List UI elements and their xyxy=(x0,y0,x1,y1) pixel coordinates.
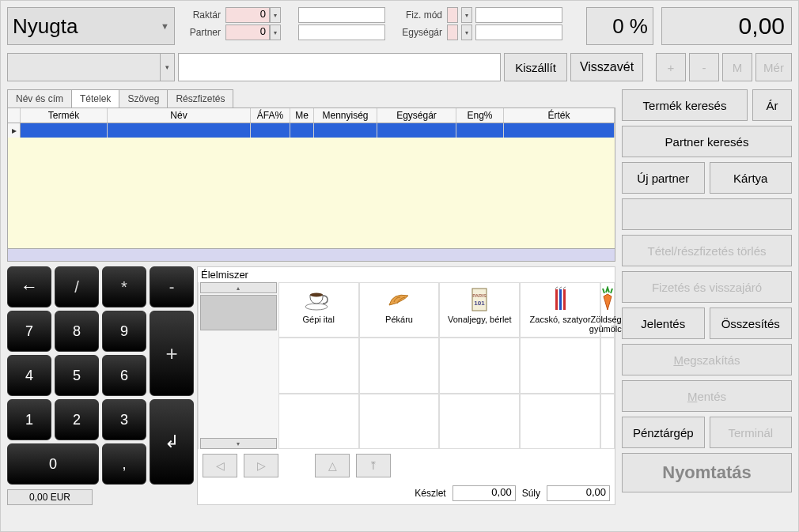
nav-top-button[interactable]: ⤒ xyxy=(356,454,391,477)
raktar-dd-icon[interactable]: ▾ xyxy=(270,7,281,23)
col-egysegar[interactable]: Egységár xyxy=(377,108,456,123)
key-0[interactable]: 0 xyxy=(7,443,99,485)
product-empty[interactable] xyxy=(520,394,600,449)
product-empty[interactable] xyxy=(520,338,600,393)
blank-button[interactable] xyxy=(622,198,792,230)
key-slash[interactable]: / xyxy=(55,266,99,308)
key-comma[interactable]: , xyxy=(102,443,146,485)
megszakitas-button[interactable]: Megszakítás xyxy=(622,344,792,375)
tab-reszfizetes[interactable]: Részfizetés xyxy=(167,89,233,108)
kiszallit-button[interactable]: Kiszállít xyxy=(504,53,567,81)
key-9[interactable]: 9 xyxy=(102,311,146,352)
ar-button[interactable]: Ár xyxy=(752,89,792,121)
product-gepi-ital[interactable]: Gépi ital xyxy=(278,282,359,338)
egysegar-name-box[interactable] xyxy=(475,25,562,40)
col-afa[interactable]: ÁFA% xyxy=(251,108,290,123)
carrot-icon xyxy=(592,286,623,313)
tetel-torles-button[interactable]: Tétel/részfizetés törlés xyxy=(622,235,792,266)
doc-type-dropdown[interactable]: Nyugta ▼ xyxy=(7,7,175,45)
partner-name-box[interactable] xyxy=(298,25,385,40)
key-4[interactable]: 4 xyxy=(7,355,51,396)
nav-right-button[interactable]: ▷ xyxy=(244,454,278,477)
product-empty[interactable] xyxy=(359,394,440,449)
key-2[interactable]: 2 xyxy=(55,399,99,440)
key-3[interactable]: 3 xyxy=(102,399,146,440)
product-empty[interactable] xyxy=(439,338,520,393)
svg-rect-5 xyxy=(555,289,558,310)
mer-button[interactable]: Mér xyxy=(755,53,792,81)
product-zacsko[interactable]: Zacskó, szatyor xyxy=(520,282,600,338)
key-plus[interactable]: + xyxy=(150,311,194,396)
product-label: Gépi ital xyxy=(303,315,335,324)
key-minus[interactable]: - xyxy=(150,266,194,308)
osszesites-button[interactable]: Összesítés xyxy=(710,308,793,339)
uj-partner-button[interactable]: Új partner xyxy=(622,162,705,194)
svg-point-1 xyxy=(310,293,323,297)
key-backspace[interactable]: ← xyxy=(7,266,51,308)
secondary-dropdown[interactable]: ▾ xyxy=(7,53,175,81)
egysegar-input[interactable] xyxy=(447,25,458,40)
search-input[interactable] xyxy=(178,53,501,81)
tab-tetelek[interactable]: Tételek xyxy=(71,89,119,108)
scroll-thumb[interactable] xyxy=(200,295,277,330)
jelentes-button[interactable]: Jelentés xyxy=(622,308,705,339)
svg-text:PARIS: PARIS xyxy=(473,293,487,298)
items-grid: Termék Név ÁFA% Me Mennyiség Egységár En… xyxy=(7,108,615,262)
key-enter[interactable]: ↲ xyxy=(150,399,194,485)
egysegar-dd-icon[interactable]: ▾ xyxy=(461,25,472,40)
visszavet-button[interactable]: Visszavét xyxy=(570,53,643,81)
product-empty[interactable] xyxy=(278,394,359,449)
product-empty[interactable] xyxy=(600,338,615,393)
nav-left-button[interactable]: ◁ xyxy=(203,454,237,477)
col-nev[interactable]: Név xyxy=(108,108,251,123)
fizmod-dd-icon[interactable]: ▾ xyxy=(461,7,472,23)
product-pekaru[interactable]: Pékáru xyxy=(359,282,440,338)
fizmod-name-box[interactable] xyxy=(475,7,562,23)
product-empty[interactable] xyxy=(439,394,520,449)
fizmod-label: Fiz. mód xyxy=(393,9,444,21)
svg-point-0 xyxy=(305,304,328,310)
partner-dd-icon[interactable]: ▾ xyxy=(270,25,281,40)
key-5[interactable]: 5 xyxy=(55,355,99,396)
minus-button[interactable]: - xyxy=(689,53,719,81)
product-empty[interactable] xyxy=(600,394,615,449)
grid-row-selected[interactable]: ▸ xyxy=(8,123,615,138)
product-grid: Gépi ital Pékáru PARIS101 V xyxy=(198,282,615,449)
partner-input[interactable]: 0 xyxy=(225,25,270,40)
grid-body-empty[interactable] xyxy=(8,138,615,248)
fizmod-input[interactable] xyxy=(447,7,458,23)
scroll-down-icon[interactable]: ▾ xyxy=(200,438,277,449)
mentes-button[interactable]: Mentés xyxy=(622,380,792,412)
fizetes-button[interactable]: Fizetés és visszajáró xyxy=(622,271,792,303)
product-scrollbar[interactable]: ▴ ▾ xyxy=(198,282,278,449)
suly-label: Súly xyxy=(522,488,540,499)
partner-kereses-button[interactable]: Partner keresés xyxy=(622,126,792,157)
tab-szoveg[interactable]: Szöveg xyxy=(119,89,168,108)
raktar-input[interactable]: 0 xyxy=(225,7,270,23)
raktar-name-box[interactable] xyxy=(298,7,385,23)
product-vonaljegy[interactable]: PARIS101 Vonaljegy, bérlet xyxy=(439,282,520,338)
nyomtatas-button[interactable]: Nyomtatás xyxy=(622,453,792,492)
plus-button[interactable]: + xyxy=(656,53,686,81)
key-8[interactable]: 8 xyxy=(55,311,99,352)
kartya-button[interactable]: Kártya xyxy=(710,162,793,194)
col-eng[interactable]: Eng% xyxy=(456,108,504,123)
key-star[interactable]: * xyxy=(102,266,146,308)
nav-up-button[interactable]: △ xyxy=(315,454,350,477)
m-button[interactable]: M xyxy=(722,53,752,81)
col-termek[interactable]: Termék xyxy=(21,108,108,123)
terminal-button[interactable]: Terminál xyxy=(710,417,793,448)
col-mennyiseg[interactable]: Mennyiség xyxy=(314,108,377,123)
product-zoldseg[interactable]: Zöldség-gyümölcs xyxy=(600,282,615,338)
key-6[interactable]: 6 xyxy=(102,355,146,396)
scroll-up-icon[interactable]: ▴ xyxy=(200,282,277,293)
penztargep-button[interactable]: Pénztárgép xyxy=(622,417,705,448)
tab-nev-es-cim[interactable]: Név és cím xyxy=(7,89,72,108)
product-empty[interactable] xyxy=(278,338,359,393)
product-empty[interactable] xyxy=(359,338,440,393)
key-1[interactable]: 1 xyxy=(7,399,51,440)
termek-kereses-button[interactable]: Termék keresés xyxy=(622,89,748,121)
col-ertek[interactable]: Érték xyxy=(504,108,615,123)
key-7[interactable]: 7 xyxy=(7,311,51,352)
col-me[interactable]: Me xyxy=(290,108,314,123)
